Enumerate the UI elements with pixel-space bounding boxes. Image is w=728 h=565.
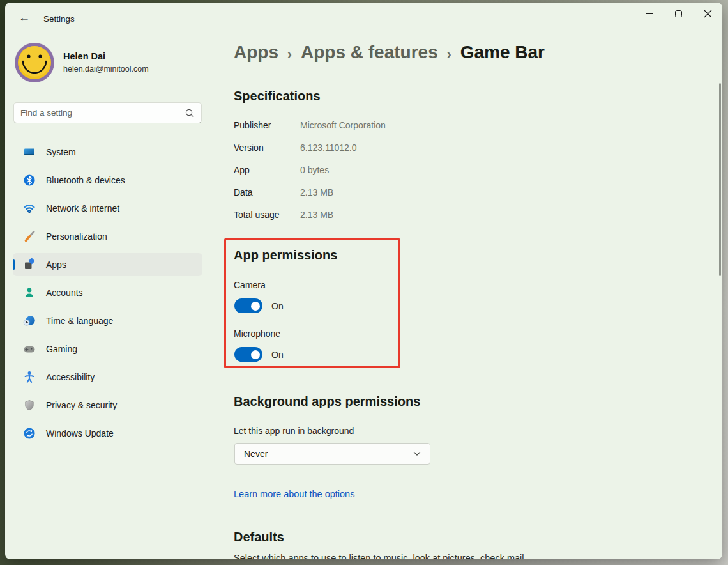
learn-more-link[interactable]: Learn more about the options [234,489,354,499]
sidebar-item-label: Bluetooth & devices [46,175,125,185]
specifications-table: Publisher Microsoft Corporation Version … [234,120,386,232]
spec-label: App [234,165,300,175]
defaults-heading: Defaults [234,530,284,545]
search-box[interactable] [13,102,202,123]
microphone-toggle[interactable] [234,347,262,362]
sidebar-item-gaming[interactable]: Gaming [13,337,202,360]
search-icon [185,108,195,118]
search-input[interactable] [20,108,185,118]
background-permissions-heading: Background apps permissions [234,394,420,409]
dropdown-selected-value: Never [244,449,413,459]
sidebar-item-label: Personalization [46,231,107,242]
sidebar-item-label: Network & internet [46,203,119,213]
vertical-scrollbar[interactable] [719,83,721,276]
breadcrumb-current-page: Game Bar [460,42,545,63]
sidebar-item-label: Windows Update [46,428,114,438]
sidebar-item-network-internet[interactable]: Network & internet [13,197,202,220]
spec-label: Data [234,187,300,197]
sidebar-item-windows-update[interactable]: Windows Update [13,422,202,445]
window-title: Settings [43,14,75,24]
toggle-knob [251,350,260,359]
sidebar-item-time-language[interactable]: Time & language [13,309,202,332]
spec-value: 2.13 MB [300,187,333,197]
chevron-down-icon [413,451,421,456]
microphone-permission-label: Microphone [234,329,280,339]
spec-value: 2.13 MB [300,210,333,220]
sidebar-item-label: Gaming [46,344,77,354]
specifications-heading: Specifications [234,89,321,104]
spec-label: Publisher [234,120,300,130]
defaults-description: Select which apps to use to listen to mu… [234,553,527,559]
gaming-icon [23,343,36,355]
spec-label: Total usage [234,210,300,220]
profile-name: Helen Dai [63,51,105,61]
apps-icon [23,258,36,271]
bluetooth-icon [23,174,36,187]
spec-value: 6.123.11012.0 [300,143,357,153]
sidebar-item-label: Accessibility [46,372,95,382]
spec-value: Microsoft Corporation [300,120,386,130]
sidebar-item-label: System [46,147,76,157]
spec-row-data-size: Data 2.13 MB [234,187,386,197]
sidebar-item-bluetooth-devices[interactable]: Bluetooth & devices [13,169,202,192]
profile-email: helen.dai@minitool.com [63,65,149,74]
accessibility-icon [23,371,36,383]
spec-row-version: Version 6.123.11012.0 [234,143,386,153]
sidebar-item-label: Time & language [46,316,113,326]
run-in-background-label: Let this app run in background [234,426,354,436]
windows-update-icon [23,427,36,440]
personalization-icon [23,230,36,243]
breadcrumb-apps[interactable]: Apps [234,42,278,63]
desktop: { "window": { "title": "Settings", "cont… [0,0,728,565]
sidebar-nav: System Bluetooth & devices Network & int… [13,141,202,450]
background-permission-dropdown[interactable]: Never [234,443,430,465]
sidebar-item-accessibility[interactable]: Accessibility [13,366,202,389]
toggle-knob [251,302,260,311]
camera-toggle[interactable] [234,298,262,313]
sidebar-item-accounts[interactable]: Accounts [13,281,202,304]
sidebar-item-system[interactable]: System [13,141,202,164]
system-icon [23,146,36,159]
back-arrow-icon: ← [19,11,30,24]
breadcrumb-chevron-icon: › [287,46,292,61]
spec-row-app-size: App 0 bytes [234,165,386,175]
main-content: Apps › Apps & features › Game Bar Specif… [229,3,720,559]
sidebar-item-label: Accounts [46,288,83,298]
app-permissions-heading: App permissions [234,248,337,263]
privacy-icon [23,399,36,412]
network-icon [23,202,36,215]
breadcrumb: Apps › Apps & features › Game Bar [234,42,545,63]
microphone-toggle-state: On [271,350,284,360]
back-button[interactable]: ← [14,10,34,24]
camera-toggle-state: On [271,301,284,311]
sidebar-item-label: Apps [46,259,66,270]
spec-row-total-usage: Total usage 2.13 MB [234,210,386,220]
sidebar-item-apps[interactable]: Apps [13,253,202,276]
breadcrumb-apps-features[interactable]: Apps & features [301,42,438,63]
selected-accent-bar [13,259,15,270]
sidebar-item-label: Privacy & security [46,400,117,410]
accounts-icon [23,286,36,299]
spec-row-publisher: Publisher Microsoft Corporation [234,120,386,130]
breadcrumb-chevron-icon: › [447,46,451,61]
time-language-icon [23,314,36,327]
camera-permission-label: Camera [234,280,266,290]
sidebar-item-privacy-security[interactable]: Privacy & security [13,394,202,417]
settings-window: ← Settings Helen Dai helen.dai@minitool. [5,3,722,559]
spec-value: 0 bytes [300,165,329,175]
avatar[interactable] [14,42,55,83]
sidebar-item-personalization[interactable]: Personalization [13,225,202,248]
spec-label: Version [234,143,300,153]
